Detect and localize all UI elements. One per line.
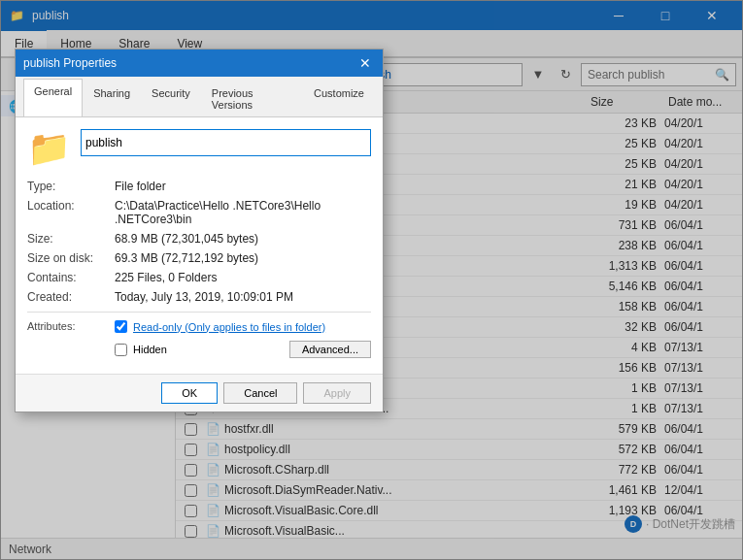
- prop-value-1: C:\Data\Practice\Hello .NETCore3\Hello .…: [115, 199, 371, 226]
- prop-row-4: Contains: 225 Files, 0 Folders: [27, 271, 371, 284]
- modal-content: 📁 Type: File folder Location: C:\Data\Pr…: [16, 117, 383, 374]
- prop-value-3: 69.3 MB (72,712,192 bytes): [115, 251, 371, 265]
- attributes-label: Attributes:: [27, 320, 115, 332]
- prop-row-0: Type: File folder: [27, 180, 371, 193]
- prop-value-2: 68.9 MB (72,301,045 bytes): [115, 232, 371, 246]
- prop-row-3: Size on disk: 69.3 MB (72,712,192 bytes): [27, 251, 371, 265]
- hidden-attr-row: Hidden Advanced...: [115, 341, 371, 358]
- prop-label-2: Size:: [27, 232, 115, 246]
- cancel-button[interactable]: Cancel: [223, 382, 297, 404]
- modal-overlay: publish Properties ✕ General Sharing Sec…: [0, 0, 743, 560]
- modal-tab-security[interactable]: Security: [141, 81, 201, 116]
- modal-tab-sharing[interactable]: Sharing: [83, 81, 141, 116]
- prop-value-5: Today, July 13, 2019, 10:09:01 PM: [115, 290, 371, 304]
- prop-label-1: Location:: [27, 199, 115, 226]
- modal-tab-previous-versions[interactable]: Previous Versions: [201, 81, 303, 116]
- modal-tab-general[interactable]: General: [23, 79, 83, 116]
- properties-dialog: publish Properties ✕ General Sharing Sec…: [15, 49, 384, 412]
- hidden-label: Hidden: [133, 344, 167, 355]
- prop-row-5: Created: Today, July 13, 2019, 10:09:01 …: [27, 290, 371, 304]
- modal-tab-customize[interactable]: Customize: [303, 81, 375, 116]
- modal-divider: [27, 312, 371, 313]
- folder-icon-large: 📁: [27, 131, 71, 166]
- prop-label-3: Size on disk:: [27, 251, 115, 265]
- modal-close-button[interactable]: ✕: [355, 53, 375, 73]
- ok-button[interactable]: OK: [161, 382, 218, 404]
- modal-footer: OK Cancel Apply: [16, 374, 383, 412]
- hidden-checkbox[interactable]: [115, 344, 127, 356]
- prop-row-2: Size: 68.9 MB (72,301,045 bytes): [27, 232, 371, 246]
- window: 📁 publish ─ □ ✕ File Home Share View ← →…: [0, 0, 743, 560]
- readonly-checkbox[interactable]: [115, 320, 127, 333]
- prop-label-0: Type:: [27, 180, 115, 193]
- apply-button[interactable]: Apply: [303, 382, 371, 404]
- prop-rows: Type: File folder Location: C:\Data\Prac…: [27, 180, 371, 304]
- modal-title: publish Properties: [23, 56, 355, 70]
- prop-value-4: 225 Files, 0 Folders: [115, 271, 371, 284]
- modal-tabs: General Sharing Security Previous Versio…: [16, 77, 383, 117]
- advanced-button[interactable]: Advanced...: [289, 341, 371, 358]
- prop-row-1: Location: C:\Data\Practice\Hello .NETCor…: [27, 199, 371, 226]
- prop-label-4: Contains:: [27, 271, 115, 284]
- prop-label-5: Created:: [27, 290, 115, 304]
- readonly-label: Read-only (Only applies to files in fold…: [133, 321, 325, 333]
- prop-value-0: File folder: [115, 180, 371, 193]
- modal-title-bar: publish Properties ✕: [16, 49, 383, 77]
- readonly-attr-row: Read-only (Only applies to files in fold…: [115, 320, 371, 333]
- folder-name-input[interactable]: [81, 129, 371, 156]
